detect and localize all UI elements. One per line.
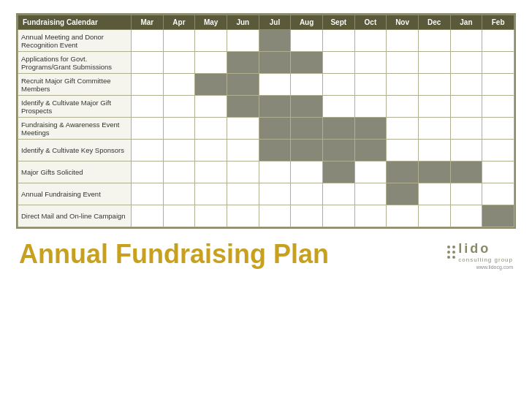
cell-r6-c11: [482, 162, 514, 183]
website: www.lidocg.com: [476, 265, 513, 270]
row-label: Major Gifts Solicited: [18, 162, 132, 183]
logo-lido: lido: [458, 241, 513, 256]
cell-r0-c11: [482, 30, 514, 52]
table-header-label: Fundraising Calendar: [18, 15, 132, 30]
cell-r2-c11: [482, 74, 514, 96]
cell-r1-c4: [259, 52, 291, 74]
cell-r6-c4: [259, 162, 291, 183]
cell-r8-c2: [195, 205, 227, 227]
slide: Fundraising Calendar MarAprMayJunJulAugS…: [0, 0, 532, 399]
cell-r3-c11: [482, 96, 514, 118]
cell-r1-c9: [418, 52, 450, 74]
cell-r7-c4: [259, 183, 291, 205]
row-label: Identify & Cultivate Major Gift Prospect…: [18, 96, 132, 118]
dot: [452, 246, 455, 248]
cell-r0-c2: [195, 30, 227, 52]
cell-r5-c2: [195, 140, 227, 162]
cell-r3-c7: [354, 96, 387, 118]
cell-r7-c7: [354, 183, 387, 205]
column-header-jun: Jun: [227, 15, 259, 30]
cell-r5-c6: [322, 140, 354, 162]
cell-r2-c3: [227, 74, 259, 96]
cell-r4-c11: [482, 118, 514, 140]
table-row: Direct Mail and On-line Campaign: [18, 205, 514, 227]
cell-r2-c0: [132, 74, 164, 96]
cell-r3-c8: [387, 96, 419, 118]
cell-r4-c9: [418, 118, 450, 140]
row-label: Annual Meeting and Donor Recognition Eve…: [18, 30, 132, 52]
logo-text: lido consulting group: [447, 241, 513, 263]
cell-r0-c6: [322, 30, 354, 52]
cell-r4-c5: [291, 118, 323, 140]
cell-r3-c2: [195, 96, 227, 118]
cell-r5-c8: [387, 140, 419, 162]
cell-r1-c6: [322, 52, 354, 74]
cell-r1-c10: [450, 52, 482, 74]
cell-r8-c3: [227, 205, 259, 227]
cell-r4-c1: [163, 118, 195, 140]
cell-r2-c6: [322, 74, 354, 96]
cell-r3-c10: [450, 96, 482, 118]
row-label: Recruit Major Gift Committee Members: [18, 74, 132, 96]
cell-r2-c9: [418, 74, 450, 96]
cell-r2-c7: [354, 74, 387, 96]
cell-r8-c10: [450, 205, 482, 227]
cell-r8-c1: [163, 205, 195, 227]
cell-r7-c11: [482, 183, 514, 205]
cell-r1-c8: [387, 52, 419, 74]
cell-r7-c8: [387, 183, 419, 205]
cell-r8-c11: [482, 205, 514, 227]
cell-r4-c7: [354, 118, 387, 140]
column-header-aug: Aug: [291, 15, 323, 30]
cell-r3-c1: [163, 96, 195, 118]
dot: [447, 246, 450, 248]
cell-r5-c9: [418, 140, 450, 162]
cell-r0-c10: [450, 30, 482, 52]
cell-r4-c4: [259, 118, 291, 140]
dot: [447, 251, 450, 254]
table-row: Identify & Cultivate Key Sponsors: [18, 140, 514, 162]
cell-r5-c7: [354, 140, 387, 162]
dot: [452, 251, 455, 254]
cell-r2-c10: [450, 74, 482, 96]
cell-r2-c2: [195, 74, 227, 96]
cell-r7-c1: [163, 183, 195, 205]
logo-area: lido consulting group www.lidocg.com: [447, 241, 513, 270]
cell-r6-c10: [450, 162, 482, 183]
column-header-jan: Jan: [450, 15, 482, 30]
cell-r0-c1: [163, 30, 195, 52]
column-header-dec: Dec: [418, 15, 450, 30]
row-label: Annual Fundraising Event: [18, 183, 132, 205]
cell-r0-c8: [387, 30, 419, 52]
dot: [452, 256, 455, 259]
cell-r6-c1: [163, 162, 195, 183]
cell-r8-c9: [418, 205, 450, 227]
cell-r5-c11: [482, 140, 514, 162]
cell-r0-c7: [354, 30, 387, 52]
table-row: Identify & Cultivate Major Gift Prospect…: [18, 96, 514, 118]
cell-r5-c4: [259, 140, 291, 162]
cell-r0-c3: [227, 30, 259, 52]
cell-r8-c5: [291, 205, 323, 227]
logo-sub: consulting group: [458, 256, 513, 263]
cell-r5-c5: [291, 140, 323, 162]
cell-r1-c1: [163, 52, 195, 74]
cell-r6-c0: [132, 162, 164, 183]
cell-r8-c6: [322, 205, 354, 227]
column-header-oct: Oct: [354, 15, 387, 30]
cell-r6-c9: [418, 162, 450, 183]
cell-r7-c0: [132, 183, 164, 205]
cell-r1-c2: [195, 52, 227, 74]
cell-r8-c0: [132, 205, 164, 227]
column-header-nov: Nov: [387, 15, 419, 30]
cell-r6-c3: [227, 162, 259, 183]
cell-r6-c2: [195, 162, 227, 183]
table-row: Major Gifts Solicited: [18, 162, 514, 183]
cell-r7-c5: [291, 183, 323, 205]
row-label: Identify & Cultivate Key Sponsors: [18, 140, 132, 162]
cell-r1-c0: [132, 52, 164, 74]
cell-r2-c1: [163, 74, 195, 96]
row-label: Applications for Govt. Programs/Grant Su…: [18, 52, 132, 74]
column-header-mar: Mar: [132, 15, 164, 30]
logo-dots: [447, 246, 455, 259]
